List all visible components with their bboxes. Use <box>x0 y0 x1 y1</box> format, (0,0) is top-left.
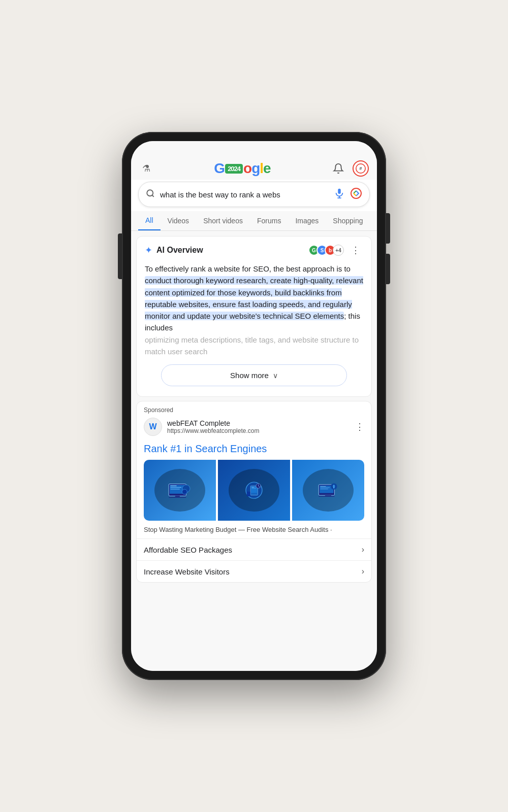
svg-rect-14 <box>169 497 186 497</box>
phone-frame: ⚗ G 2024 o g l e <box>122 132 386 680</box>
content-area: ✦ AI Overview G S b +4 ⋮ To effe <box>131 231 377 671</box>
ai-overview-card: ✦ AI Overview G S b +4 ⋮ To effe <box>136 236 372 397</box>
ad-image-2 <box>218 460 290 521</box>
tab-videos[interactable]: Videos <box>161 212 197 231</box>
svg-point-2 <box>147 190 153 196</box>
advertiser-left: W webFEAT Complete https://www.webfeatco… <box>144 418 259 436</box>
tab-all[interactable]: All <box>138 211 161 231</box>
svg-text:#: # <box>359 166 362 171</box>
svg-rect-25 <box>247 492 250 496</box>
svg-rect-34 <box>333 487 335 489</box>
advertiser-logo: W <box>144 418 162 436</box>
search-bar[interactable]: what is the best way to rank a webs <box>138 182 370 207</box>
labs-icon[interactable]: ⚗ <box>139 161 153 176</box>
advertiser-info: webFEAT Complete https://www.webfeatcomp… <box>167 419 259 434</box>
ai-overview-right: G S b +4 ⋮ <box>308 244 363 257</box>
phone-screen: ⚗ G 2024 o g l e <box>131 141 377 671</box>
user-avatar[interactable]: # <box>353 160 369 177</box>
advertiser-url: https://www.webfeatcomplete.com <box>167 427 259 434</box>
ad-link-1[interactable]: Affordable SEO Packages › <box>137 538 371 560</box>
svg-line-3 <box>152 195 153 196</box>
chevron-right-icon-1: › <box>362 545 364 554</box>
advertiser-name: webFEAT Complete <box>167 419 259 427</box>
chevron-down-icon: ∨ <box>273 371 278 380</box>
tab-images[interactable]: Images <box>288 212 326 231</box>
ad-link-1-text: Affordable SEO Packages <box>144 546 232 554</box>
header-icons: # <box>331 160 369 177</box>
svg-rect-32 <box>319 496 334 496</box>
svg-point-7 <box>351 188 361 198</box>
navigation-tabs: All Videos Short videos Forums Images Sh… <box>131 211 377 231</box>
ad-more-options-button[interactable]: ⋮ <box>355 421 364 432</box>
status-bar <box>131 141 377 156</box>
svg-point-16 <box>182 489 187 494</box>
svg-rect-20 <box>251 487 254 488</box>
volume-down-button[interactable] <box>386 254 390 284</box>
ai-text-highlighted: conduct thorough keyword research, creat… <box>145 276 363 320</box>
svg-rect-4 <box>338 189 341 194</box>
svg-rect-21 <box>251 488 256 488</box>
ad-link-2[interactable]: Increase Website Visitors › <box>137 560 371 582</box>
svg-rect-10 <box>170 486 177 486</box>
ai-overview-left: ✦ AI Overview <box>145 245 203 256</box>
svg-rect-30 <box>320 489 328 489</box>
show-more-button[interactable]: Show more ∨ <box>161 364 347 386</box>
tab-shopping[interactable]: Shopping <box>326 212 370 231</box>
search-icon <box>146 189 155 200</box>
svg-rect-28 <box>320 486 326 487</box>
search-query-text: what is the best way to rank a webs <box>160 190 329 199</box>
sponsored-ad-card: Sponsored W webFEAT Complete https://www… <box>136 401 372 583</box>
ad-description: Stop Wasting Marketing Budget — Free Web… <box>137 526 371 538</box>
ai-text-normal-start: To effectively rank a website for SEO, t… <box>145 264 351 273</box>
ad-image-3 <box>292 460 364 521</box>
google-lens-icon[interactable] <box>350 187 362 201</box>
microphone-icon[interactable] <box>334 188 345 201</box>
ai-text-faded: optimizing meta descriptions, title tags… <box>145 335 359 356</box>
ai-overview-header: ✦ AI Overview G S b +4 ⋮ <box>145 244 363 257</box>
svg-rect-29 <box>320 487 330 488</box>
svg-rect-13 <box>175 496 180 497</box>
ai-source-icons: G S b +4 <box>308 245 344 256</box>
source-count-badge[interactable]: +4 <box>333 245 344 256</box>
volume-up-button[interactable] <box>386 213 390 244</box>
advertiser-row: W webFEAT Complete https://www.webfeatco… <box>137 416 371 440</box>
ad-image-1 <box>144 460 216 521</box>
ai-more-options-button[interactable]: ⋮ <box>348 244 363 257</box>
tab-forums[interactable]: Forums <box>250 212 288 231</box>
svg-rect-11 <box>170 487 181 488</box>
ai-overview-text: To effectively rank a website for SEO, t… <box>145 263 363 357</box>
ai-overview-title: AI Overview <box>156 246 203 255</box>
year-badge: 2024 <box>225 164 243 174</box>
ai-star-icon: ✦ <box>145 245 152 256</box>
google-header: ⚗ G 2024 o g l e <box>131 156 377 180</box>
notification-bell-icon[interactable] <box>331 161 345 176</box>
google-logo: G 2024 o g l e <box>214 160 270 177</box>
svg-rect-12 <box>170 489 180 489</box>
tab-short-videos[interactable]: Short videos <box>196 212 250 231</box>
ad-images <box>144 460 364 521</box>
ad-link-2-text: Increase Website Visitors <box>144 567 230 576</box>
sponsored-label: Sponsored <box>137 401 371 416</box>
ad-headline[interactable]: Rank #1 in Search Engines <box>137 440 371 460</box>
power-button[interactable] <box>118 233 122 279</box>
chevron-right-icon-2: › <box>362 567 364 576</box>
